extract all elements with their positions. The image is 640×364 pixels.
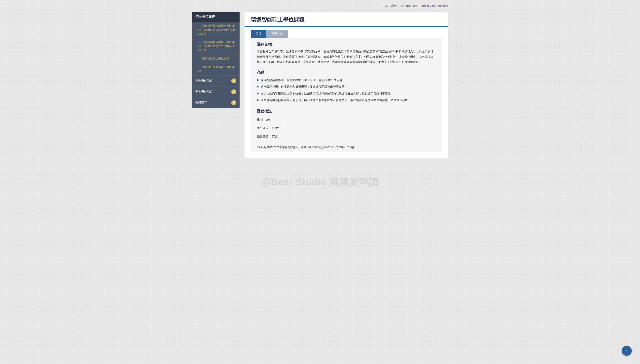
- sidebar-header: 碩士學位課程: [192, 12, 239, 22]
- course-objective-title: 課程目標: [257, 38, 436, 49]
- watermark: @Bear Studio 港澳新申請: [261, 176, 379, 188]
- tab-objective[interactable]: 目標: [251, 30, 266, 38]
- breadcrumb-sep2: ›: [398, 4, 399, 8]
- breadcrumb: 主頁 › 課程 › 碩士學位課程 › 環境智能碩士學位課程: [192, 4, 448, 8]
- list-item: 課程按照英國專業工程能力標準（UK-SPEC）的碩士水平而設計: [257, 77, 436, 84]
- sidebar-item-joint[interactable]: 合辦課程 +: [192, 97, 239, 108]
- credits-label: 學分要求：: [257, 126, 271, 130]
- course-objective-text: 本課程結合環境科學、數據分析和機器學習的元素，在信息與通訊技術領域培養面向綠色智…: [257, 49, 436, 68]
- highlights-list: 課程按照英國專業工程能力標準（UK-SPEC）的碩士水平而設計 結合環境科學、數…: [257, 77, 436, 106]
- breadcrumb-home[interactable]: 主頁: [382, 4, 387, 8]
- duration-item: 學制： 2年: [257, 116, 436, 124]
- duration-value: 2年: [266, 118, 271, 121]
- bullet-dot: [257, 79, 258, 81]
- note-text: *課程為 2025/2026學年新開辦課程，將於《澳門特別行政區公報》公布後正式…: [257, 141, 436, 152]
- bullet-dot: [257, 93, 258, 94]
- bullet-dot: [257, 99, 258, 101]
- back-to-top-button[interactable]: ↑: [622, 346, 632, 356]
- tab-content: 課程目標 本課程結合環境科學、數據分析和機器學習的元素，在信息與通訊技術領域培養…: [251, 38, 442, 152]
- joint-expand-icon[interactable]: +: [231, 100, 236, 105]
- main-layout: 碩士學位課程 －大數據與物聯網碩士學位課程（適用於2023/2024學年入學或以…: [192, 12, 448, 158]
- main-content: 環境智能碩士學位課程 目標 學習計劃 課程目標 本課程結合環境科學、數據分析和機…: [244, 12, 448, 158]
- bullet-dot: [257, 86, 258, 88]
- list-item: 提供尖端而實用的環境智能技術，以創造可持續和高效能的現代城市解決方案，推動綠色智…: [257, 90, 436, 97]
- breadcrumb-sep1: ›: [389, 4, 390, 8]
- language-value: 英文: [272, 135, 278, 138]
- sidebar-masters-section: －大數據與物聯網碩士學位課程（適用於2023/2024學年入學或以後） －大數據…: [192, 22, 239, 75]
- breadcrumb-masters[interactable]: 碩士學位課程: [401, 4, 417, 8]
- sidebar-item-bigdata-2023[interactable]: －大數據與物聯網碩士學位課程（適用於2023/2024學年入學或以後）: [192, 22, 239, 38]
- sidebar: 碩士學位課程 －大數據與物聯網碩士學位課程（適用於2023/2024學年入學或以…: [192, 12, 239, 108]
- sidebar-item-bigdata-2022[interactable]: －大數據與物聯網碩士學位課程（適用於2022/2023學年入學或以前）: [192, 38, 239, 55]
- tab-study-plan[interactable]: 學習計劃: [266, 30, 288, 38]
- tabs: 目標 學習計劃: [244, 30, 448, 38]
- sidebar-item-env-intelligence[interactable]: －環境智能碩士學位課程: [192, 54, 239, 63]
- breadcrumb-current: 環境智能碩士學位課程: [421, 4, 448, 8]
- language-label: 授課語言：: [257, 135, 271, 138]
- sidebar-item-bachelor[interactable]: 學士學位課程 +: [192, 86, 239, 97]
- credits-value: 30學分: [272, 126, 281, 130]
- sidebar-item-phd[interactable]: 博士學位課程 +: [192, 75, 239, 86]
- duration-label: 學制：: [257, 118, 265, 121]
- breadcrumb-sep3: ›: [419, 4, 419, 8]
- bachelor-expand-icon[interactable]: +: [231, 89, 236, 94]
- breadcrumb-courses[interactable]: 課程: [391, 4, 397, 8]
- overview-title: 課程概況: [257, 106, 436, 116]
- credits-item: 學分要求： 30學分: [257, 124, 436, 132]
- highlights-title: 亮點: [257, 68, 436, 77]
- language-item: 授課語言： 英文: [257, 132, 436, 141]
- page-title: 環境智能碩士學位課程: [244, 12, 448, 27]
- list-item: 結合環境科學、數據分析和機器學習，促進城市問題技術管理改善: [257, 84, 436, 90]
- sidebar-item-sports-tech[interactable]: －運動科技與創新碩士學位課程: [192, 63, 239, 75]
- phd-expand-icon[interactable]: +: [231, 78, 236, 83]
- list-item: 學生將有機會參與國際研究項目，與不同地區的專家和學者合作交流，多方面嘗試探究國際…: [257, 97, 436, 104]
